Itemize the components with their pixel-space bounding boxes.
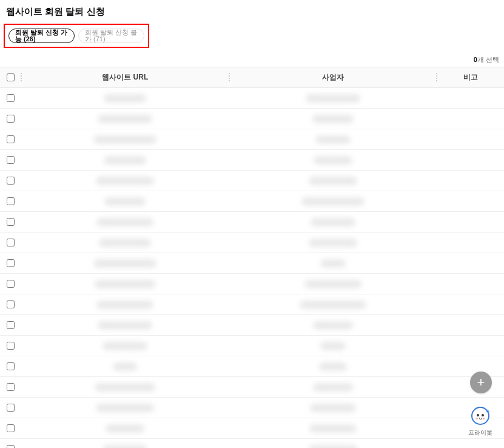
table-row[interactable] xyxy=(0,418,504,439)
cell-url xyxy=(21,315,229,335)
row-checkbox[interactable] xyxy=(7,383,15,391)
cell-biz xyxy=(229,171,438,191)
redacted-biz xyxy=(306,94,360,103)
cell-biz xyxy=(229,377,438,397)
cell-url xyxy=(21,253,229,273)
redacted-biz xyxy=(313,383,353,392)
cell-note xyxy=(437,253,504,273)
table-row[interactable] xyxy=(0,336,504,356)
table-row[interactable] xyxy=(0,253,504,274)
row-check-cell xyxy=(0,88,21,108)
selection-count: 0개 선택 xyxy=(0,54,504,67)
redacted-url xyxy=(96,404,154,412)
cell-biz xyxy=(229,315,438,335)
cell-note xyxy=(437,294,504,314)
table-row[interactable] xyxy=(0,109,504,129)
redacted-biz xyxy=(313,321,353,330)
table-row[interactable] xyxy=(0,294,504,315)
table-row[interactable] xyxy=(0,398,504,418)
table-row[interactable] xyxy=(0,439,504,448)
row-checkbox[interactable] xyxy=(7,404,15,412)
row-check-cell xyxy=(0,109,21,129)
redacted-biz xyxy=(309,239,357,247)
tab-withdraw-available[interactable]: 회원 탈퇴 신청 가능 (26) xyxy=(8,29,75,43)
plus-icon: + xyxy=(477,375,485,390)
header-biz[interactable]: 사업자 xyxy=(230,67,437,87)
row-checkbox[interactable] xyxy=(7,321,15,329)
cell-biz xyxy=(229,129,438,149)
redacted-biz xyxy=(319,362,347,371)
row-check-cell xyxy=(0,191,21,211)
redacted-biz xyxy=(312,115,354,123)
row-checkbox[interactable] xyxy=(7,424,15,432)
cell-url xyxy=(21,336,229,356)
row-checkbox[interactable] xyxy=(7,239,15,246)
row-checkbox[interactable] xyxy=(7,135,15,143)
table-row[interactable] xyxy=(0,377,504,398)
add-button[interactable]: + xyxy=(470,372,492,393)
redacted-biz xyxy=(320,342,346,350)
withdraw-table: 웹사이트 URL 사업자 비고 xyxy=(0,67,504,448)
row-checkbox[interactable] xyxy=(7,445,15,448)
table-row[interactable] xyxy=(0,171,504,191)
row-check-cell xyxy=(0,150,21,170)
row-check-cell xyxy=(0,232,21,253)
cell-url xyxy=(21,418,229,438)
table-row[interactable] xyxy=(0,129,504,150)
cell-url xyxy=(21,439,229,448)
redacted-biz xyxy=(301,197,365,206)
redacted-biz xyxy=(310,404,356,412)
row-checkbox[interactable] xyxy=(7,280,15,288)
tab-highlight-box: 회원 탈퇴 신청 가능 (26) 회원 탈퇴 신청 불가 (71) xyxy=(4,24,149,48)
row-checkbox[interactable] xyxy=(7,362,15,370)
table-row[interactable] xyxy=(0,315,504,336)
cell-note xyxy=(437,232,504,253)
table-row[interactable] xyxy=(0,150,504,171)
row-check-cell xyxy=(0,439,21,448)
cell-url xyxy=(21,109,229,129)
row-check-cell xyxy=(0,315,21,335)
cell-url xyxy=(21,88,229,108)
table-header: 웹사이트 URL 사업자 비고 xyxy=(0,67,504,88)
chatbot-mascot[interactable]: ✧ 프라이봇 xyxy=(465,407,496,437)
cell-biz xyxy=(229,294,438,314)
row-checkbox[interactable] xyxy=(7,115,15,123)
row-checkbox[interactable] xyxy=(7,218,15,226)
cell-biz xyxy=(229,88,438,108)
cell-biz xyxy=(229,398,438,418)
chatbot-label: 프라이봇 xyxy=(465,429,496,437)
cell-biz xyxy=(229,191,438,211)
table-row[interactable] xyxy=(0,232,504,253)
cell-biz xyxy=(229,439,438,448)
row-checkbox[interactable] xyxy=(7,342,15,350)
table-row[interactable] xyxy=(0,212,504,232)
cell-note xyxy=(437,150,504,170)
row-check-cell xyxy=(0,294,21,314)
cell-url xyxy=(21,398,229,418)
header-url[interactable]: 웹사이트 URL xyxy=(22,67,229,87)
cell-biz xyxy=(229,109,438,129)
cell-url xyxy=(21,191,229,211)
table-row[interactable] xyxy=(0,356,504,377)
table-row[interactable] xyxy=(0,274,504,294)
table-row[interactable] xyxy=(0,191,504,212)
select-all-checkbox[interactable] xyxy=(7,73,15,81)
redacted-biz xyxy=(309,445,357,449)
cell-biz xyxy=(229,232,438,253)
table-row[interactable] xyxy=(0,88,504,109)
row-checkbox[interactable] xyxy=(7,177,15,185)
row-checkbox[interactable] xyxy=(7,197,15,205)
row-checkbox[interactable] xyxy=(7,94,15,102)
cell-note xyxy=(437,109,504,129)
redacted-url xyxy=(106,424,144,433)
row-checkbox[interactable] xyxy=(7,259,15,267)
row-check-cell xyxy=(0,398,21,418)
cell-note xyxy=(437,356,504,376)
cell-url xyxy=(21,129,229,149)
row-checkbox[interactable] xyxy=(7,156,15,164)
tab-withdraw-unavailable[interactable]: 회원 탈퇴 신청 불가 (71) xyxy=(78,29,144,43)
cell-url xyxy=(21,356,229,376)
row-checkbox[interactable] xyxy=(7,300,15,308)
cell-note xyxy=(437,336,504,356)
cell-note xyxy=(437,439,504,448)
